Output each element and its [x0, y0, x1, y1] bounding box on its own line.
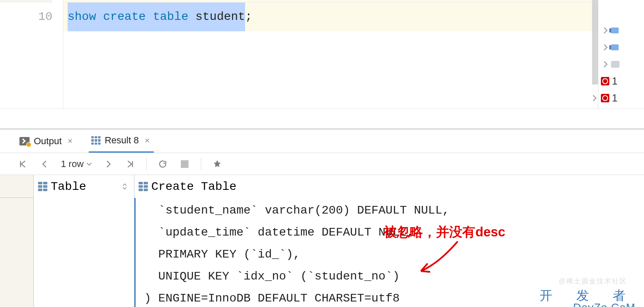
- column-header-table[interactable]: Table: [34, 175, 134, 198]
- oracle-icon: [601, 77, 609, 85]
- editor-pane: 10 show create table student; 1: [0, 0, 644, 108]
- output-icon: [19, 137, 30, 145]
- column-label: Create Table: [151, 180, 237, 193]
- editor-scrollbar[interactable]: [592, 0, 598, 85]
- column-icon: [139, 182, 148, 191]
- code-area[interactable]: show create table student;: [63, 0, 598, 108]
- result-toolbar: 1 row: [0, 153, 644, 175]
- result-pane: Output × Result 8 × 1 row Table: [0, 129, 644, 307]
- close-icon[interactable]: ×: [66, 136, 74, 146]
- cell-table-name[interactable]: [34, 198, 134, 307]
- chevron-right-icon: [602, 27, 609, 34]
- stop-icon: [181, 160, 188, 168]
- pin-button[interactable]: [211, 158, 223, 170]
- tab-output[interactable]: Output ×: [17, 129, 77, 153]
- close-icon[interactable]: ×: [143, 136, 151, 145]
- column-icon: [38, 182, 47, 191]
- ddl-line: `student_name` varchar(200) DEFAULT NULL…: [144, 204, 450, 217]
- refresh-button[interactable]: [157, 158, 169, 170]
- watermark: 开 发 者 DevZe.CoM: [540, 289, 636, 307]
- tab-label: Output: [34, 136, 62, 147]
- chevron-right-icon: [602, 44, 609, 51]
- tab-result[interactable]: Result 8 ×: [89, 129, 154, 153]
- ddl-line: ) ENGINE=InnoDB DEFAULT CHARSET=utf8: [144, 292, 400, 305]
- tree-item-label: 1: [612, 92, 617, 104]
- chevron-right-icon: [602, 60, 609, 68]
- stop-button[interactable]: [179, 158, 191, 170]
- oracle-icon: [601, 94, 609, 102]
- tree-item-label: 1: [612, 75, 617, 87]
- ddl-line: `update_time` datetime DEFAULT NULL,: [144, 226, 414, 239]
- line-number: 10: [0, 3, 52, 31]
- grid-corner: [0, 175, 34, 198]
- code-line[interactable]: show create table student;: [63, 3, 598, 31]
- column-header-create-table[interactable]: Create Table: [134, 175, 644, 198]
- tree-item[interactable]: 1: [598, 73, 644, 90]
- tree-item[interactable]: 1: [598, 90, 644, 107]
- tree-item[interactable]: [598, 39, 644, 56]
- result-grid: Table Create Table `student_name` varcha…: [0, 175, 644, 307]
- datasource-icon: [611, 44, 619, 50]
- tree-item[interactable]: [598, 56, 644, 73]
- prev-page-button[interactable]: [39, 158, 51, 170]
- ddl-line: UNIQUE KEY `idx_no` (`student_no`): [144, 270, 400, 283]
- row-gutter: [0, 198, 34, 307]
- ddl-line: PRIMARY KEY (`id_`),: [144, 248, 300, 261]
- row-count-dropdown[interactable]: 1 row: [61, 159, 92, 170]
- tab-label: Result 8: [105, 135, 139, 146]
- cell-create-table[interactable]: `student_name` varchar(200) DEFAULT NULL…: [134, 198, 644, 307]
- next-page-button[interactable]: [102, 158, 114, 170]
- last-page-button[interactable]: [124, 158, 136, 170]
- line-number-gutter: 10: [0, 0, 63, 108]
- sort-handle-icon[interactable]: [121, 183, 128, 190]
- spacer: [0, 108, 644, 129]
- column-label: Table: [51, 180, 86, 193]
- table-icon: [91, 136, 101, 145]
- datasource-icon: [611, 27, 619, 33]
- result-tabs: Output × Result 8 ×: [0, 129, 644, 153]
- annotation-arrow-icon: [413, 238, 464, 276]
- editor-wrap: 10 show create table student;: [0, 0, 598, 108]
- project-tree[interactable]: 1 1: [598, 0, 644, 108]
- first-page-button[interactable]: [17, 158, 29, 170]
- tree-item[interactable]: [598, 22, 644, 39]
- folder-icon: [611, 61, 619, 68]
- watermark: @稀土掘金技术社区: [559, 277, 627, 286]
